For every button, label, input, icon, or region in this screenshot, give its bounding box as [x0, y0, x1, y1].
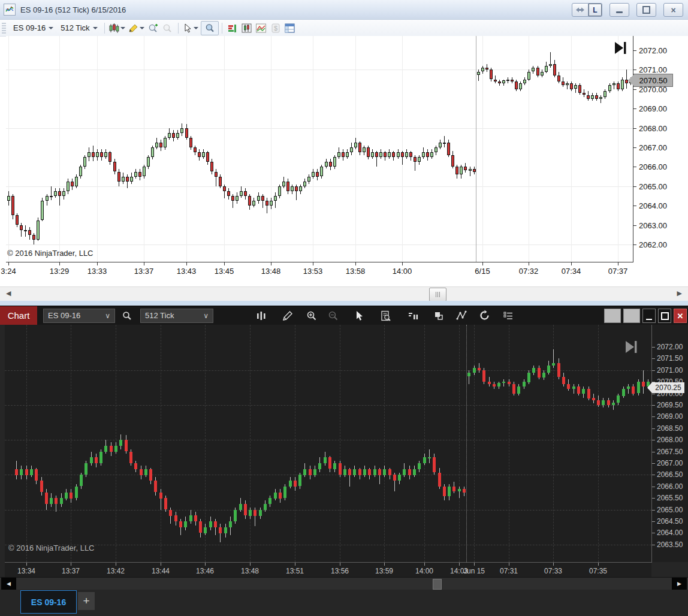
v-gridline	[571, 36, 572, 262]
price-axis-label: 2065.00	[657, 506, 683, 514]
go-to-end-icon[interactable]	[624, 340, 638, 357]
data-box-button[interactable]	[201, 21, 219, 35]
minimize-button[interactable]	[609, 3, 629, 17]
copyright-watermark: © 2016 NinjaTrader, LLC	[7, 249, 93, 258]
add-tab-button[interactable]: +	[78, 592, 95, 610]
h-gridline	[5, 440, 651, 440]
price-axis-label: 2066.00	[639, 162, 667, 171]
v-gridline	[424, 325, 425, 562]
candle-up	[313, 469, 316, 475]
horizontal-scrollbar[interactable]: ◀ ▶	[0, 577, 688, 591]
maximize-button[interactable]	[658, 309, 671, 323]
interval-selector[interactable]: 512 Tick	[57, 22, 101, 35]
zoom-in-button[interactable]	[303, 309, 320, 323]
price-axis[interactable]: 2072.002071.002070.002069.002068.002067.…	[633, 36, 688, 262]
candle-up	[574, 85, 577, 89]
link-group-l-button[interactable]: L	[589, 3, 602, 17]
zoom-in-button[interactable]	[146, 22, 161, 35]
chart-style-button[interactable]	[253, 309, 270, 323]
chevron-down-icon: ∨	[203, 312, 209, 320]
chart-trader-button[interactable]	[240, 22, 254, 35]
scroll-right-icon[interactable]: ▶	[677, 289, 682, 297]
title-bar[interactable]: ES 09-16 (512 Tick) 6/15/2016 L ×	[0, 0, 688, 20]
cursor-tool-button[interactable]	[182, 22, 201, 35]
chevron-down-icon: ∨	[105, 312, 110, 320]
candle-down	[244, 191, 247, 196]
indicators-button[interactable]	[254, 22, 268, 35]
market-analyzer-button[interactable]	[225, 22, 240, 35]
zigzag-icon	[456, 310, 467, 321]
candle-up	[523, 80, 526, 83]
candle-up	[143, 167, 146, 176]
instrument-selector[interactable]: ES 09-16	[10, 22, 57, 35]
patterns-button[interactable]	[453, 309, 470, 323]
time-axis-label: 14:00	[415, 567, 433, 575]
close-button[interactable]: ✕	[674, 309, 687, 323]
zoom-out-button[interactable]	[161, 22, 175, 35]
minimize-button[interactable]	[642, 309, 656, 323]
candle-down	[20, 225, 23, 230]
candle-up	[62, 191, 65, 196]
candle-up	[467, 373, 470, 376]
account-data-button[interactable]: $	[268, 22, 283, 35]
market-analyzer-button[interactable]	[405, 309, 422, 323]
price-chart-plot-dark[interactable]	[5, 325, 652, 563]
candle-up	[612, 83, 615, 85]
drawing-tools-button[interactable]	[127, 22, 146, 35]
candle-down	[71, 182, 74, 186]
workspace-button-1[interactable]	[604, 309, 621, 323]
price-axis-label: 2063.00	[639, 221, 667, 230]
candle-down	[117, 172, 120, 182]
price-axis-label: 2064.00	[657, 529, 683, 537]
time-axis[interactable]: 13:3413:3713:4213:4413:4613:4813:5113:56…	[5, 563, 651, 577]
time-tick	[355, 262, 356, 265]
chart-menu-button[interactable]: Chart	[0, 306, 37, 325]
scroll-left-icon[interactable]: ◀	[1, 578, 16, 590]
scroll-right-icon[interactable]: ▶	[672, 578, 687, 590]
candle-down	[108, 152, 111, 162]
data-grid-button[interactable]	[283, 22, 297, 35]
windows-layout-button[interactable]	[430, 309, 447, 323]
instrument-search-button[interactable]	[119, 309, 135, 323]
candle-up	[303, 469, 306, 475]
go-to-end-icon[interactable]	[614, 41, 627, 58]
instrument-link-button[interactable]	[572, 3, 589, 17]
data-box-button[interactable]	[378, 309, 394, 323]
candle-down	[309, 469, 312, 475]
properties-button[interactable]	[500, 309, 517, 323]
close-button[interactable]: ×	[663, 3, 683, 17]
price-axis-label: 2063.50	[657, 540, 683, 549]
price-chart-plot-classic[interactable]	[6, 36, 633, 262]
candle-down	[286, 182, 289, 191]
candle-down	[536, 68, 539, 76]
chart-style-button[interactable]	[108, 22, 127, 35]
candle-up	[502, 382, 505, 383]
cursor-tool-button[interactable]	[351, 309, 368, 323]
candle-up	[67, 182, 70, 191]
candle-up	[80, 475, 83, 486]
scrollbar-thumb[interactable]	[429, 288, 446, 301]
drawing-tools-button[interactable]	[279, 309, 296, 323]
candle-up	[552, 363, 555, 366]
scrollbar-thumb[interactable]	[433, 579, 442, 590]
search-icon	[122, 311, 132, 321]
candle-up	[264, 504, 267, 510]
price-axis[interactable]: 2072.002071.502071.002070.502070.002069.…	[652, 325, 688, 562]
tab-es-09-16[interactable]: ES 09-16	[20, 590, 77, 614]
candle-down	[587, 389, 590, 398]
toolbar-grip[interactable]	[2, 23, 6, 34]
horizontal-scrollbar[interactable]: ◀ ▶	[0, 286, 688, 302]
instrument-selector[interactable]: ES 09-16∨	[43, 309, 115, 323]
restore-button[interactable]	[636, 3, 656, 17]
reload-data-button[interactable]	[476, 309, 493, 323]
candle-up	[37, 221, 40, 240]
candle-down	[463, 489, 466, 493]
interval-selector[interactable]: 512 Tick∨	[140, 309, 213, 323]
scroll-left-icon[interactable]: ◀	[6, 289, 11, 297]
cursor-arrow-icon	[183, 23, 192, 33]
candle-down	[100, 152, 103, 157]
candle-down	[295, 186, 298, 191]
time-axis[interactable]: 3:2413:2913:3313:3713:4313:4513:4813:531…	[6, 262, 633, 277]
zoom-out-button[interactable]	[325, 309, 342, 323]
workspace-button-2[interactable]	[623, 309, 640, 323]
